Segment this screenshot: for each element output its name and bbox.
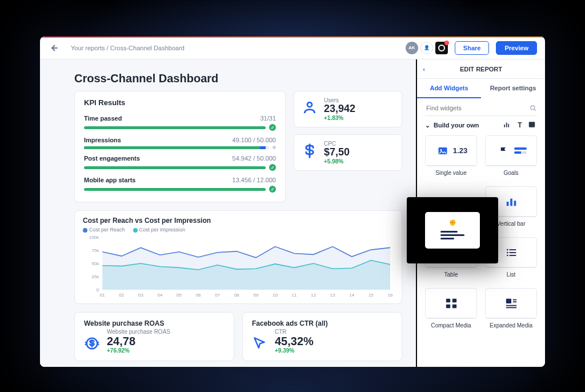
svg-rect-31 [510, 198, 512, 206]
kpi-row: Mobile app starts13.456 / 12.000 [84, 173, 276, 195]
svg-text:100k: 100k [89, 235, 99, 240]
svg-text:25k: 25k [91, 274, 99, 279]
flag-icon [496, 145, 512, 157]
search-icon [529, 104, 537, 112]
share-button[interactable]: Share [455, 41, 490, 55]
svg-text:10: 10 [273, 293, 278, 298]
drag-overlay[interactable]: ✊ [407, 197, 498, 263]
sidepanel-title: EDIT REPORT [431, 66, 545, 73]
breadcrumb[interactable]: Your reports / Cross-Channel Dashboard [71, 45, 185, 51]
svg-point-29 [440, 149, 442, 151]
image-icon [435, 145, 451, 157]
svg-text:02: 02 [119, 293, 124, 298]
preview-button[interactable]: Preview [496, 41, 537, 55]
svg-point-0 [307, 102, 312, 107]
svg-text:09: 09 [253, 293, 258, 298]
mini-cpc[interactable]: CPC $7,50 +5.98% [294, 134, 402, 171]
build-your-own-header[interactable]: ⌄ Build your own T [425, 121, 537, 130]
svg-rect-26 [508, 124, 509, 127]
kpi-label: Time passed [84, 115, 122, 122]
ctr-card[interactable]: Facebook ads CTR (all) CTR 45,32% +9.39% [242, 312, 402, 361]
kpi-value: 31/31 [260, 115, 276, 122]
widget-expanded-media[interactable]: Expanded Media [485, 288, 537, 332]
bar-tool-icon[interactable] [503, 121, 512, 130]
svg-text:03: 03 [138, 293, 143, 298]
kpi-title: KPI Results [84, 98, 276, 107]
dragging-widget[interactable]: ✊ [425, 212, 480, 249]
svg-point-36 [507, 251, 508, 253]
kpi-row: Post engagements54.942 / 50.000 [84, 151, 276, 173]
tab-report-settings[interactable]: Report settings [481, 79, 545, 98]
back-button[interactable] [48, 42, 59, 54]
svg-point-34 [507, 249, 508, 250]
progress-icon [514, 147, 527, 154]
svg-rect-30 [506, 202, 508, 206]
svg-rect-32 [514, 201, 516, 206]
chart-title: Cost per Reach vs Cost per Impression [83, 217, 394, 225]
svg-text:16: 16 [387, 293, 392, 298]
expanded-media-icon [503, 297, 519, 310]
grab-cursor-icon: ✊ [449, 219, 456, 226]
image-tool-icon[interactable] [528, 121, 537, 130]
kpi-label: Mobile app starts [84, 177, 135, 183]
pending-dot-icon [273, 146, 276, 149]
widget-goals[interactable]: Goals [485, 135, 537, 179]
mini-users[interactable]: Users 23,942 +1.83% [294, 91, 402, 127]
kpi-row: Time passed31/31 [84, 111, 276, 133]
widget-compact-media[interactable]: Compact Media [425, 288, 477, 332]
check-icon [269, 186, 276, 193]
goals-rows-icon [440, 229, 464, 241]
avatar[interactable]: 👤 [420, 42, 433, 54]
chart-card[interactable]: Cost per Reach vs Cost per Impression Co… [74, 210, 402, 304]
kpi-label: Post engagements [84, 155, 140, 162]
svg-text:06: 06 [196, 293, 201, 298]
roas-card[interactable]: Website purchase ROAS Website purchase R… [74, 312, 234, 361]
search-input[interactable] [425, 104, 529, 112]
app-icon[interactable] [435, 42, 448, 54]
chevron-down-icon: ⌄ [425, 122, 430, 129]
svg-text:05: 05 [177, 293, 182, 298]
kpi-value: 54.942 / 50.000 [233, 155, 276, 162]
svg-text:12: 12 [311, 293, 316, 298]
check-icon [269, 124, 276, 131]
svg-rect-43 [452, 304, 456, 307]
list-icon [503, 246, 519, 259]
widget-single-value[interactable]: 1.23 Single value [425, 135, 477, 179]
svg-point-38 [507, 254, 508, 256]
compact-media-icon [443, 297, 459, 310]
tab-add-widgets[interactable]: Add Widgets [417, 79, 481, 98]
kpi-row: Impressions49.100 / 50.000 [84, 133, 276, 151]
svg-rect-46 [512, 301, 516, 302]
topbar: Your reports / Cross-Channel Dashboard A… [40, 37, 545, 59]
breadcrumb-page: Cross-Channel Dashboard [110, 45, 185, 51]
svg-rect-25 [506, 123, 507, 127]
text-tool-icon[interactable]: T [515, 121, 524, 130]
svg-rect-27 [529, 122, 535, 127]
svg-rect-24 [504, 125, 505, 127]
kpi-card[interactable]: KPI Results Time passed31/31Impressions4… [74, 91, 286, 202]
cursor-icon [252, 335, 269, 353]
svg-text:0: 0 [97, 287, 99, 293]
svg-text:15: 15 [368, 293, 374, 298]
svg-rect-40 [446, 298, 450, 302]
svg-rect-44 [506, 298, 511, 303]
sidepanel-back-icon[interactable]: ‹ [417, 66, 431, 73]
svg-text:13: 13 [330, 293, 335, 298]
svg-rect-45 [512, 299, 516, 300]
bar-chart-icon [503, 195, 519, 208]
kpi-value: 49.100 / 50.000 [233, 137, 276, 143]
widget-search[interactable] [425, 104, 537, 116]
breadcrumb-root: Your reports [71, 45, 105, 51]
svg-text:04: 04 [158, 293, 163, 298]
svg-rect-42 [446, 304, 450, 307]
svg-text:11: 11 [292, 293, 297, 298]
chart-legend: Cost per Reach Cost per Impression [83, 227, 394, 233]
svg-rect-35 [509, 249, 516, 250]
svg-rect-47 [506, 305, 516, 306]
svg-text:50k: 50k [91, 261, 99, 266]
avatar[interactable]: AK [406, 42, 418, 54]
svg-text:75k: 75k [91, 248, 99, 253]
users-icon [301, 99, 318, 116]
svg-text:08: 08 [234, 293, 239, 298]
line-chart: 025k50k75k100k01020304050607080910111213… [83, 235, 394, 298]
